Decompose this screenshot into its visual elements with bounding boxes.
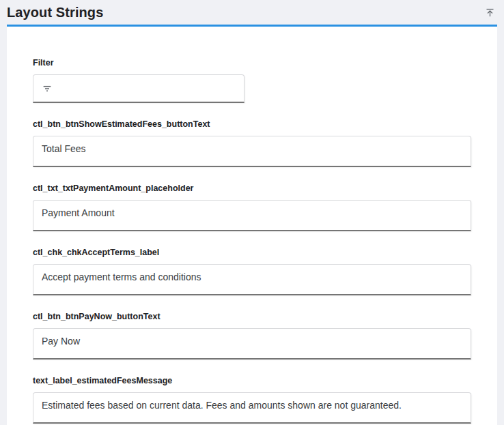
field-label-payNow: ctl_btn_btnPayNow_buttonText [33, 312, 471, 322]
string-field-row: ctl_txt_txtPaymentAmount_placeholder Pay… [33, 184, 471, 231]
strings-card: Filter ctl_btn_btnShowEstimatedFees_butt… [7, 27, 497, 425]
panel-header: Layout Strings [0, 0, 504, 25]
field-label-showEstimatedFees: ctl_btn_btnShowEstimatedFees_buttonText [33, 119, 471, 130]
field-input-acceptTerms[interactable]: Accept payment terms and conditions [33, 264, 471, 295]
field-label-paymentAmount: ctl_txt_txtPaymentAmount_placeholder [33, 184, 471, 194]
string-field-row: ctl_btn_btnPayNow_buttonText Pay Now [33, 312, 471, 360]
field-input-estimatedFeesMessage[interactable]: Estimated fees based on current data. Fe… [33, 392, 471, 424]
filter-group: Filter [33, 58, 471, 103]
page-title: Layout Strings [7, 5, 103, 20]
field-input-showEstimatedFees[interactable]: Total Fees [33, 136, 471, 167]
scroll-to-top-button[interactable] [482, 5, 497, 20]
field-label-acceptTerms: ctl_chk_chkAcceptTerms_label [33, 248, 471, 258]
layout-strings-panel: Layout Strings Filter [0, 0, 504, 425]
field-label-estimatedFeesMessage: text_label_estimatedFeesMessage [33, 376, 471, 386]
field-input-paymentAmount[interactable]: Payment Amount [33, 200, 471, 231]
filter-label: Filter [33, 58, 471, 68]
string-field-row: ctl_chk_chkAcceptTerms_label Accept paym… [33, 248, 471, 295]
string-field-row: text_label_estimatedFeesMessage Estimate… [33, 376, 471, 424]
field-input-payNow[interactable]: Pay Now [33, 328, 471, 360]
vertical-align-top-icon [485, 8, 495, 18]
filter-list-icon [42, 83, 58, 94]
filter-box[interactable] [33, 74, 244, 103]
string-field-row: ctl_btn_btnShowEstimatedFees_buttonText … [33, 119, 471, 167]
filter-input[interactable] [58, 83, 237, 94]
